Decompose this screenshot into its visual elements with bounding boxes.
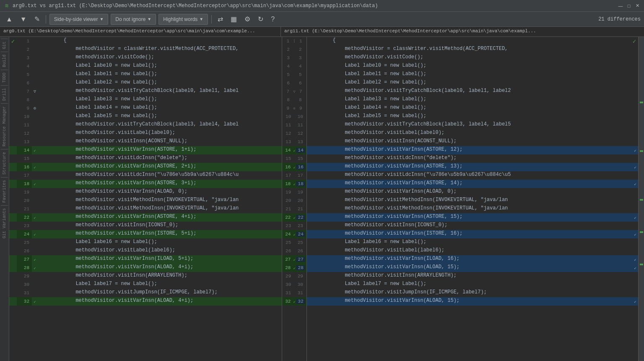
sidebar-item-git[interactable]: Git <box>1 39 8 52</box>
left-pane-scroll[interactable]: ✓ 1 { 2 methodVisitor = classWriter.visi… <box>9 37 282 361</box>
sidebar-item-structure[interactable]: Structure <box>1 149 8 177</box>
close-button[interactable]: ✕ <box>634 3 641 9</box>
maximize-button[interactable]: □ <box>626 3 632 9</box>
barchart-icon-button[interactable]: ▦ <box>228 14 239 25</box>
scroll-marker-5 <box>640 264 643 265</box>
table-row: 11 methodVisitor.visitTryCatchBlock(labe… <box>9 121 282 129</box>
right-line-content-29: methodVisitor.visitInsn(ARRAYLENGTH); <box>307 272 638 280</box>
gutter-row-32: 32 ↙ 32 <box>282 297 306 306</box>
down-arrow-button[interactable]: ▼ <box>18 14 29 25</box>
gutter-row-5: 5 5 <box>282 71 306 79</box>
highlight-label: Highlight words <box>163 16 197 22</box>
sidebar-item-variants[interactable]: Git Variants <box>1 205 8 241</box>
right-line-content-7: methodVisitor.visitTryCatchBlock(label0,… <box>307 87 638 96</box>
right-line-icon-24: ↙ <box>632 230 638 238</box>
gutter-row-15: 15 15 <box>282 154 306 163</box>
scroll-marker-2 <box>640 150 643 152</box>
table-row: 25 Label label6 = new Label(); <box>9 238 282 247</box>
table-row: 15 methodVisitor.visitLdcInsn("delete"); <box>9 154 282 163</box>
gutter-row-22: 22 ↙ 22 <box>282 213 306 222</box>
table-row: methodVisitor.visitVarInsn(ALOAD, 15); ↙ <box>307 297 638 306</box>
left-line-icon-26 <box>32 247 38 255</box>
right-check-1: ✓ <box>631 37 638 45</box>
help-icon-button[interactable]: ? <box>268 14 277 25</box>
left-line-icon-17 <box>32 171 38 180</box>
table-row: Label label4 = new Label(); <box>307 104 638 112</box>
right-pane-scroll[interactable]: { ✓ methodVisitor = classWriter.visitMet… <box>307 37 638 361</box>
left-line-num-31: 31 <box>17 289 32 297</box>
table-row: 3 methodVisitor.visitCode(); <box>9 54 282 62</box>
left-line-num-17: 17 <box>17 171 32 180</box>
right-line-icon-22: ↙ <box>632 213 638 222</box>
table-row: methodVisitor.visitLdcInsn("\u786e\u5b9a… <box>307 171 638 180</box>
left-check-25 <box>9 238 17 247</box>
highlight-arrow: ▼ <box>199 17 203 21</box>
left-check-17 <box>9 171 17 180</box>
minimize-button[interactable]: — <box>617 3 624 9</box>
gutter-row-28: 28 ↙ 28 <box>282 264 306 272</box>
table-row: Label label2 = new Label(); <box>307 79 638 87</box>
left-check-11 <box>9 121 17 129</box>
left-line-icon-19 <box>32 188 38 196</box>
left-check-18 <box>9 180 17 188</box>
refresh-icon-button[interactable]: ↻ <box>255 14 266 25</box>
left-check-28 <box>9 264 17 272</box>
left-line-num-27: 27 <box>17 255 32 264</box>
right-line-content-10: Label label5 = new Label(); <box>307 112 638 121</box>
viewer-mode-button[interactable]: Side-by-side viewer ▼ <box>49 14 109 25</box>
gutter-row-27: 27 ↙ 27 <box>282 255 306 264</box>
right-line-content-30: Label label7 = new Label(); <box>307 280 638 289</box>
left-line-content-31: methodVisitor.visitJumpInsn(IF_ICMPGE, l… <box>38 289 282 297</box>
left-line-content-14: methodVisitor.visitVarInsn(ASTORE, 1+i); <box>38 146 282 154</box>
ignore-button[interactable]: Do not ignore ▼ <box>111 14 156 25</box>
edit-button[interactable]: ✎ <box>32 14 42 25</box>
left-line-content-9: Label label4 = new Label(); <box>38 104 282 112</box>
left-line-icon-22: ↙ <box>32 213 38 222</box>
left-line-icon-18: ↙ <box>32 180 38 188</box>
left-line-content-22: methodVisitor.visitVarInsn(ASTORE, 4+i); <box>38 213 282 222</box>
table-row: 23 methodVisitor.visitInsn(ICONST_0); <box>9 222 282 230</box>
left-line-num-9: 9 <box>17 104 32 112</box>
left-line-content-26: methodVisitor.visitLabel(label6); <box>38 247 282 255</box>
left-line-icon-21 <box>32 205 38 213</box>
left-line-num-21: 21 <box>17 205 32 213</box>
left-line-icon-9: ⊙ <box>32 104 38 112</box>
left-check-3 <box>9 54 17 62</box>
left-line-num-1: 1 <box>17 37 32 45</box>
right-code-area: { ✓ methodVisitor = classWriter.visitMet… <box>307 37 638 306</box>
table-row: 12 methodVisitor.visitLabel(label0); <box>9 129 282 138</box>
left-line-content-25: Label label6 = new Label(); <box>38 238 282 247</box>
sidebar-item-build[interactable]: Build <box>1 52 8 70</box>
left-check-12 <box>9 129 17 138</box>
table-row: 24 ↙ methodVisitor.visitVarInsn(ISTORE, … <box>9 230 282 238</box>
right-scrollbar[interactable] <box>638 37 644 361</box>
sidebar-item-favorites[interactable]: Favorites <box>1 177 8 205</box>
left-line-icon-14: ↙ <box>32 146 38 154</box>
up-arrow-button[interactable]: ▲ <box>3 14 15 25</box>
left-line-num-12: 12 <box>17 129 32 138</box>
sidebar-item-todo[interactable]: TODO <box>1 70 8 85</box>
left-check-5 <box>9 71 17 79</box>
gutter-row-23: 23 23 <box>282 222 306 230</box>
table-row: Label label7 = new Label(); <box>307 280 638 289</box>
right-line-content-8: Label label3 = new Label(); <box>307 96 638 104</box>
sidebar-item-drill[interactable]: Drill <box>1 85 8 103</box>
table-row: Label label3 = new Label(); <box>307 96 638 104</box>
left-line-num-10: 10 <box>17 112 32 121</box>
gear-icon-button[interactable]: ⚙ <box>242 14 253 25</box>
table-row: methodVisitor.visitMethodInsn(INVOKEVIRT… <box>307 196 638 205</box>
left-code-area: ✓ 1 { 2 methodVisitor = classWriter.visi… <box>9 37 282 306</box>
left-line-content-29: methodVisitor.visitInsn(ARRAYLENGTH); <box>38 272 282 280</box>
sidebar-item-resource[interactable]: Resource Manager <box>1 103 8 149</box>
right-line-icon-32: ↙ <box>632 297 638 306</box>
left-check-32 <box>9 297 17 306</box>
left-line-icon-7: ▽ <box>32 87 38 96</box>
highlight-button[interactable]: Highlight words ▼ <box>158 14 208 25</box>
left-line-num-29: 29 <box>17 272 32 280</box>
left-line-icon-10 <box>32 112 38 121</box>
split-icon-button[interactable]: ⇄ <box>215 14 226 25</box>
table-row: 28 ↙ methodVisitor.visitVarInsn(ALOAD, 4… <box>9 264 282 272</box>
right-line-content-18: methodVisitor.visitVarInsn(ASTORE, 14); <box>307 180 632 188</box>
right-line-content-24: methodVisitor.visitVarInsn(ISTORE, 16); <box>307 230 632 238</box>
gutter-row-12: 12 12 <box>282 129 306 138</box>
